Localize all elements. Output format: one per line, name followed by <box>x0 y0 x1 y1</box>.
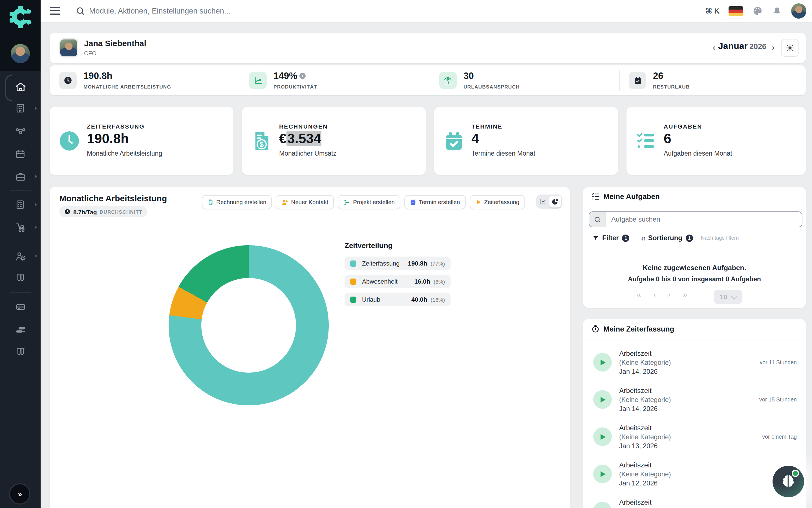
sort-count-badge: 1 <box>686 234 693 242</box>
sidebar-item-stack[interactable] <box>0 319 41 341</box>
search-icon <box>594 216 601 223</box>
sidebar-item-calendar[interactable] <box>0 143 41 165</box>
shortcut-hint: ⌘ K <box>706 7 720 15</box>
timetracking-entry[interactable]: Arbeitszeit (Keine Kategorie) Jan 14, 20… <box>583 387 806 418</box>
task-filter-row: Filter 1 ↓↑ Sortierung 1 Nach tags filte… <box>593 234 739 242</box>
play-button[interactable] <box>593 353 612 372</box>
test-tubes-icon <box>14 272 26 285</box>
assistant-floating-button[interactable] <box>773 466 804 497</box>
sidebar-item-lab[interactable] <box>0 268 41 289</box>
sidebar-item-server[interactable] <box>0 296 41 318</box>
play-button[interactable] <box>593 465 612 483</box>
timetracking-entry[interactable]: Arbeitszeit <box>583 498 806 508</box>
funnel-icon <box>593 235 599 241</box>
hamburger-menu-icon[interactable] <box>50 7 60 15</box>
create-appointment-button[interactable]: Termin erstellen <box>404 195 466 209</box>
task-search-input[interactable] <box>606 212 802 227</box>
server-icon <box>14 301 26 313</box>
search-icon <box>76 6 85 16</box>
profile-role: CFO <box>84 50 96 56</box>
worklog-title: Monatliche Arbeitsleistung <box>59 194 167 203</box>
legend-item-zeiterfassung[interactable]: Zeiterfassung 190.8h (77%) <box>345 257 451 270</box>
sidebar-item-projects[interactable] <box>0 166 41 187</box>
month-next-button[interactable]: › <box>772 42 775 52</box>
sidebar: » <box>0 0 41 508</box>
test-tubes-icon <box>14 346 26 358</box>
calendar-check-icon <box>444 131 464 151</box>
sidebar-expand-button[interactable]: » <box>9 483 31 505</box>
invoice-icon: $ <box>252 131 272 151</box>
app-root: » Module, Aktionen, Einstellungen suchen… <box>0 0 812 508</box>
new-contact-button[interactable]: Neuer Kontakt <box>276 195 334 209</box>
first-page-button[interactable]: « <box>637 290 641 299</box>
timetracking-entry[interactable]: Arbeitszeit (Keine Kategorie) Jan 13, 20… <box>583 424 806 456</box>
play-button[interactable] <box>593 502 612 508</box>
chevron-right-icon <box>35 203 37 206</box>
create-project-button[interactable]: Projekt erstellen <box>338 195 400 209</box>
info-icon[interactable]: i <box>299 73 306 79</box>
notifications-bell-icon[interactable] <box>772 6 782 16</box>
calendar-plus-icon <box>410 199 416 205</box>
stopwatch-icon <box>591 324 600 333</box>
create-invoice-button[interactable]: Rechnung erstellen <box>202 195 272 209</box>
user-avatar[interactable] <box>791 3 806 18</box>
prev-page-button[interactable]: ‹ <box>653 290 656 299</box>
calculator-icon <box>15 199 26 210</box>
last-page-button[interactable]: » <box>683 290 687 299</box>
timetracking-entry[interactable]: Arbeitszeit (Keine Kategorie) Jan 12, 20… <box>583 461 806 493</box>
task-search-field <box>589 211 802 227</box>
sidebar-divider <box>10 241 31 241</box>
branch-icon <box>343 199 350 206</box>
dashboard-settings-button[interactable] <box>781 39 799 57</box>
timetracking-entry[interactable]: Arbeitszeit (Keine Kategorie) Jan 14, 20… <box>583 349 806 381</box>
next-page-button[interactable]: › <box>668 290 671 299</box>
tasks-panel-header: Meine Aufgaben <box>583 187 806 206</box>
sidebar-divider <box>10 190 31 190</box>
highlighted-value: 3.534 <box>287 131 322 146</box>
briefcase-icon <box>14 171 26 182</box>
svg-text:$: $ <box>260 140 264 149</box>
play-button[interactable] <box>593 390 612 409</box>
sort-arrows-icon: ↓↑ <box>641 235 645 241</box>
sidebar-logo-block <box>0 0 41 71</box>
time-distribution-donut-chart[interactable] <box>169 245 329 406</box>
play-button[interactable] <box>593 427 612 446</box>
sidebar-item-org-network[interactable] <box>0 120 41 141</box>
sidebar-item-accounting[interactable] <box>0 194 41 215</box>
tasks-pagination: « ‹ › » <box>606 290 718 299</box>
legend-item-urlaub[interactable]: Urlaub 40.0h (16%) <box>345 293 451 306</box>
line-chart-icon <box>540 198 547 205</box>
sidebar-item-company[interactable] <box>0 97 41 119</box>
sidebar-item-logistics[interactable] <box>0 216 41 238</box>
chart-type-toggle <box>536 195 562 209</box>
clock-icon <box>59 131 80 151</box>
page-size-select[interactable]: 10 <box>714 290 742 304</box>
worklog-card: Monatliche Arbeitsleistung 8.7h/Tag DURC… <box>50 187 570 508</box>
chevron-right-icon <box>35 225 37 229</box>
filter-button[interactable]: Filter <box>602 234 619 242</box>
legend-item-abwesenheit[interactable]: Abwesenheit 16.0h (6%) <box>345 274 451 288</box>
building-icon <box>15 102 26 114</box>
sidebar-item-lab-2[interactable] <box>0 342 41 363</box>
stat-vacation-entitlement: 30 URLAUBSANSPRUCH <box>430 66 619 95</box>
network-icon <box>14 125 26 137</box>
calendar-icon <box>15 148 26 160</box>
theme-palette-icon[interactable] <box>752 6 763 16</box>
global-search-input[interactable]: Module, Aktionen, Einstellungen suchen..… <box>89 7 230 15</box>
chevron-right-icon <box>35 175 37 178</box>
sidebar-divider <box>10 292 31 293</box>
entry-timestamp: vor 15 Stunden <box>759 396 797 403</box>
profile-avatar <box>59 38 78 57</box>
sidebar-item-home[interactable] <box>0 76 41 97</box>
sort-button[interactable]: Sortierung <box>648 234 682 242</box>
month-prev-button[interactable]: ‹ <box>713 42 716 52</box>
filter-by-tags-hint[interactable]: Nach tags filtern <box>701 235 739 241</box>
kpi-card-zeiterfassung: ZEITERFASSUNG 190.8h Monatliche Arbeitsl… <box>50 107 233 175</box>
language-flag-button[interactable] <box>729 6 743 16</box>
line-chart-toggle-button[interactable] <box>538 196 549 208</box>
time-tracking-button[interactable]: Zeiterfassung <box>469 195 525 209</box>
app-logo-icon[interactable] <box>8 4 33 29</box>
pie-chart-toggle-button[interactable] <box>549 196 561 208</box>
sidebar-user-avatar[interactable] <box>11 44 30 63</box>
sidebar-item-hr[interactable] <box>0 245 41 267</box>
